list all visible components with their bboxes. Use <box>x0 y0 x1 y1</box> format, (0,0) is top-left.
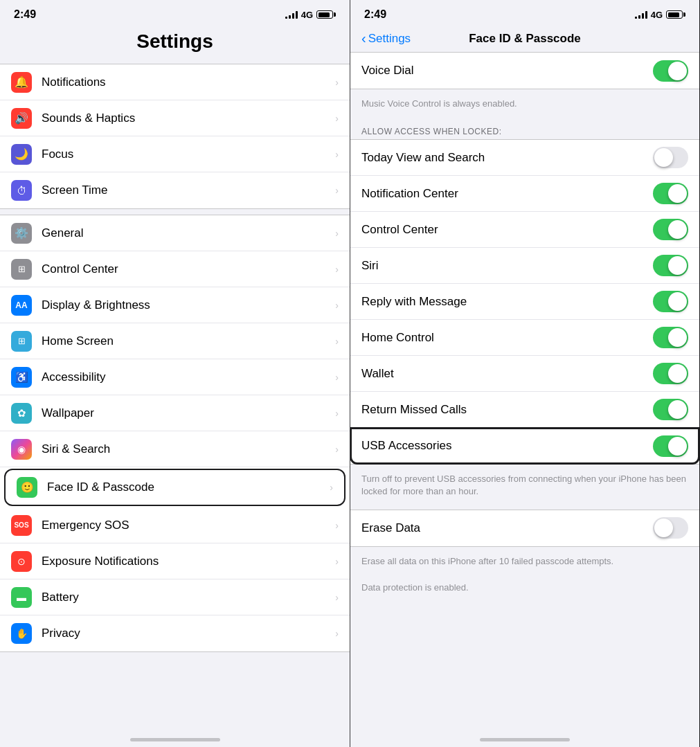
chevron-icon: › <box>335 592 339 603</box>
settings-section-1: 🔔 Notifications › 🔊 Sounds & Haptics › 🌙… <box>0 64 350 209</box>
erase-data-note: Erase all data on this iPhone after 10 f… <box>350 552 699 573</box>
settings-item-sounds[interactable]: 🔊 Sounds & Haptics › <box>0 100 350 136</box>
today-view-item[interactable]: Today View and Search <box>350 140 699 176</box>
reply-message-item[interactable]: Reply with Message <box>350 284 699 320</box>
accessibility-icon: ♿ <box>11 367 32 388</box>
chevron-icon: › <box>335 300 339 311</box>
control-center-item[interactable]: Control Center <box>350 212 699 248</box>
home-screen-icon: ⊞ <box>11 331 32 352</box>
settings-item-exposure[interactable]: ⊙ Exposure Notifications › <box>0 543 350 579</box>
control-center-toggle[interactable] <box>653 219 688 240</box>
network-label-left: 4G <box>301 10 313 20</box>
erase-data-label: Erase Data <box>361 521 420 535</box>
siri-icon: ◉ <box>11 439 32 460</box>
voice-dial-section: Voice Dial <box>350 52 699 89</box>
siri-label: Siri <box>361 259 379 273</box>
settings-item-screen-time[interactable]: ⏱ Screen Time › <box>0 172 350 208</box>
signal-icon-right <box>635 10 647 19</box>
control-center-label: Control Center <box>361 223 438 237</box>
home-indicator-left <box>130 738 220 741</box>
erase-data-item[interactable]: Erase Data <box>350 510 699 546</box>
notifications-label: Notifications <box>42 75 335 89</box>
privacy-icon: ✋ <box>11 623 32 644</box>
battery-icon: ▬ <box>11 587 32 608</box>
voice-dial-toggle[interactable] <box>653 60 688 82</box>
settings-item-focus[interactable]: 🌙 Focus › <box>0 136 350 172</box>
allow-access-header: ALLOW ACCESS WHEN LOCKED: <box>350 121 699 139</box>
chevron-icon: › <box>335 228 339 239</box>
chevron-icon: › <box>335 628 339 639</box>
battery-icon-right <box>666 10 685 19</box>
control-center-icon: ⊞ <box>11 259 32 280</box>
return-missed-calls-item[interactable]: Return Missed Calls <box>350 392 699 428</box>
return-missed-calls-toggle[interactable] <box>653 399 688 420</box>
chevron-icon: › <box>335 444 339 455</box>
screen-time-label: Screen Time <box>42 183 335 197</box>
reply-message-label: Reply with Message <box>361 295 467 309</box>
siri-toggle[interactable] <box>653 255 688 276</box>
signal-icon <box>285 10 298 19</box>
chevron-icon: › <box>335 264 339 275</box>
chevron-icon: › <box>330 482 333 493</box>
time-left: 2:49 <box>14 8 36 21</box>
today-view-toggle[interactable] <box>653 147 688 168</box>
settings-item-privacy[interactable]: ✋ Privacy › <box>0 615 350 651</box>
usb-accessories-item[interactable]: USB Accessories <box>350 428 699 464</box>
siri-item[interactable]: Siri <box>350 248 699 284</box>
settings-item-emergency-sos[interactable]: SOS Emergency SOS › <box>0 507 350 543</box>
left-panel: 2:49 4G Settings 🔔 Notif <box>0 0 350 747</box>
notification-center-label: Notification Center <box>361 187 458 201</box>
focus-icon: 🌙 <box>11 144 32 165</box>
faceid-label: Face ID & Passcode <box>47 480 330 494</box>
control-center-label: Control Center <box>42 262 335 276</box>
usb-note: Turn off to prevent USB accessories from… <box>350 470 699 503</box>
wallpaper-label: Wallpaper <box>42 406 335 420</box>
sounds-label: Sounds & Haptics <box>42 111 335 125</box>
faceid-icon: 🙂 <box>17 477 37 498</box>
settings-item-home-screen[interactable]: ⊞ Home Screen › <box>0 323 350 359</box>
wallet-item[interactable]: Wallet <box>350 356 699 392</box>
chevron-icon: › <box>335 113 339 124</box>
erase-data-section: Erase Data <box>350 510 699 547</box>
home-control-item[interactable]: Home Control <box>350 320 699 356</box>
sounds-icon: 🔊 <box>11 108 32 129</box>
erase-data-spacer <box>350 504 699 510</box>
voice-dial-item[interactable]: Voice Dial <box>350 53 699 89</box>
settings-item-display[interactable]: AA Display & Brightness › <box>0 287 350 323</box>
back-button[interactable]: ‹ Settings <box>361 30 411 46</box>
voice-dial-note: Music Voice Control is always enabled. <box>350 95 699 116</box>
status-bar-left: 2:49 4G <box>0 0 350 26</box>
reply-message-toggle[interactable] <box>653 291 688 312</box>
wallet-label: Wallet <box>361 367 394 381</box>
general-icon: ⚙️ <box>11 223 32 244</box>
home-screen-label: Home Screen <box>42 334 335 348</box>
home-control-toggle[interactable] <box>653 327 688 348</box>
usb-accessories-toggle[interactable] <box>653 435 688 457</box>
settings-item-accessibility[interactable]: ♿ Accessibility › <box>0 359 350 395</box>
notification-center-item[interactable]: Notification Center <box>350 176 699 212</box>
focus-label: Focus <box>42 147 335 161</box>
settings-item-general[interactable]: ⚙️ General › <box>0 215 350 251</box>
settings-item-notifications[interactable]: 🔔 Notifications › <box>0 64 350 100</box>
settings-section-2: ⚙️ General › ⊞ Control Center › AA Displ… <box>0 215 350 652</box>
notification-center-toggle[interactable] <box>653 183 688 204</box>
wallet-toggle[interactable] <box>653 363 688 384</box>
emergency-sos-label: Emergency SOS <box>42 519 335 532</box>
chevron-icon: › <box>335 149 339 160</box>
exposure-label: Exposure Notifications <box>42 555 335 568</box>
settings-item-battery[interactable]: ▬ Battery › <box>0 579 350 615</box>
chevron-icon: › <box>335 520 339 531</box>
settings-item-control-center[interactable]: ⊞ Control Center › <box>0 251 350 287</box>
status-bar-right: 2:49 4G <box>350 0 699 26</box>
display-label: Display & Brightness <box>42 298 335 312</box>
settings-item-faceid[interactable]: 🙂 Face ID & Passcode › <box>4 469 345 506</box>
back-chevron-icon: ‹ <box>361 30 366 46</box>
wallpaper-icon: ✿ <box>11 403 32 424</box>
erase-data-toggle[interactable] <box>653 517 688 539</box>
screen-time-icon: ⏱ <box>11 180 32 201</box>
home-control-label: Home Control <box>361 331 434 345</box>
settings-item-wallpaper[interactable]: ✿ Wallpaper › <box>0 395 350 431</box>
chevron-icon: › <box>335 77 339 88</box>
voice-dial-label: Voice Dial <box>361 64 414 78</box>
settings-item-siri[interactable]: ◉ Siri & Search › <box>0 431 350 467</box>
